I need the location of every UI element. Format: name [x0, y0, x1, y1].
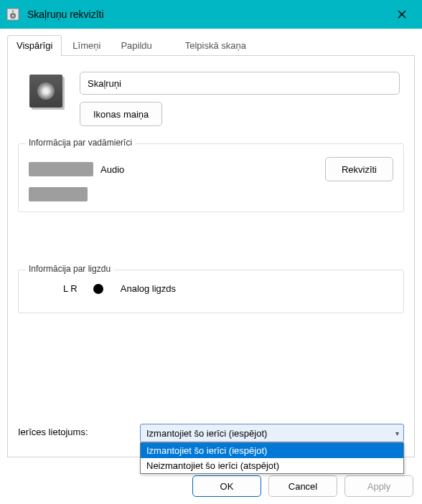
jack-info-title: Informācija par ligzdu	[26, 264, 113, 274]
tab-advanced[interactable]: Papildu	[111, 35, 161, 56]
ok-button[interactable]: OK	[192, 475, 261, 497]
cancel-button[interactable]: Cancel	[268, 475, 337, 497]
device-usage-select[interactable]: Izmantojiet šo ierīci (iespējot) ▾	[140, 424, 404, 442]
device-usage-row: Ierīces lietojums: Izmantojiet šo ierīci…	[18, 424, 404, 442]
jack-info-group: Informācija par ligzdu L R Analog ligzds	[18, 270, 404, 313]
tab-general[interactable]: Vispārīgi	[7, 35, 62, 56]
controller-vendor-redacted	[29, 162, 93, 176]
close-button[interactable]	[388, 0, 416, 29]
tab-spatial[interactable]: Telpiskā skaņa	[176, 35, 255, 56]
device-large-icon	[29, 75, 62, 108]
device-name-input[interactable]	[80, 72, 400, 95]
cancel-button-label: Cancel	[289, 481, 317, 492]
controller-info-group: Informācija par vadāmierīci Audio Rekviz…	[18, 143, 404, 212]
jack-color-dot	[93, 284, 103, 294]
tab-levels[interactable]: Līmeņi	[63, 35, 110, 56]
window-title: Skaļruņu rekvizīti	[27, 9, 388, 20]
tab-panel-general: Ikonas maiņa Informācija par vadāmierīci…	[7, 56, 415, 457]
controller-model-redacted	[29, 187, 88, 201]
apply-button[interactable]: Apply	[344, 475, 413, 497]
jack-name: Analog ligzds	[121, 283, 176, 294]
controller-properties-button[interactable]: Rekvizīti	[325, 157, 393, 181]
device-usage-label: Ierīces lietojums:	[18, 424, 133, 437]
jack-channels: L R	[63, 283, 78, 294]
device-usage-dropdown: Izmantojiet šo ierīci (iespējot) Neizman…	[140, 442, 404, 474]
svg-point-2	[12, 15, 14, 17]
device-usage-option-disable[interactable]: Neizmantojiet šo ierīci (atspējot)	[141, 458, 403, 473]
dialog-content: Vispārīgi Līmeņi Papildu Telpiskā skaņa …	[0, 29, 422, 504]
change-icon-button[interactable]: Ikonas maiņa	[80, 102, 162, 126]
speaker-app-icon	[6, 7, 20, 22]
controller-info-title: Informācija par vadāmierīci	[26, 138, 135, 148]
tabstrip: Vispārīgi Līmeņi Papildu Telpiskā skaņa	[7, 34, 415, 56]
controller-audio-label: Audio	[100, 164, 124, 175]
close-icon	[398, 10, 406, 19]
titlebar: Skaļruņu rekvizīti	[0, 0, 422, 29]
device-usage-selected: Izmantojiet šo ierīci (iespējot)	[146, 428, 267, 439]
device-usage-option-enable[interactable]: Izmantojiet šo ierīci (iespējot)	[141, 443, 403, 458]
dialog-button-row: OK Cancel Apply	[192, 475, 413, 497]
speaker-cone-icon	[37, 82, 55, 100]
chevron-down-icon: ▾	[395, 429, 399, 437]
svg-point-3	[12, 10, 14, 12]
